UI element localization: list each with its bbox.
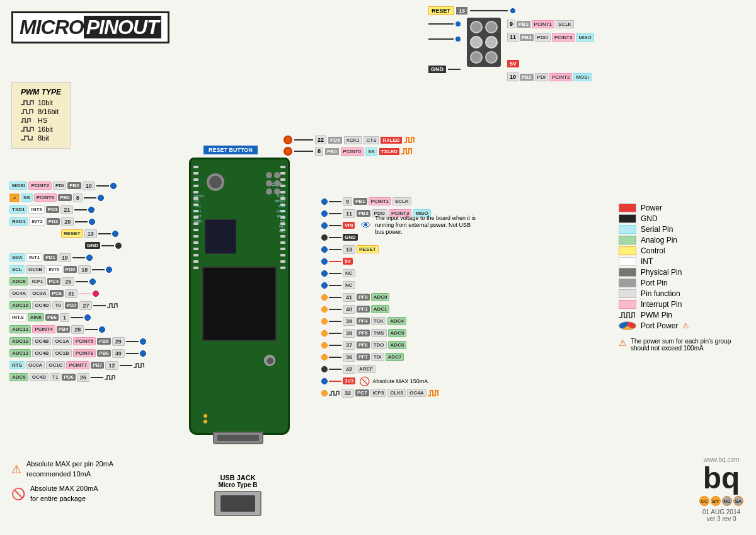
pwm-item-10bit: 10bit bbox=[21, 99, 61, 106]
right-pin-row-pf6: 37 PF6 TDO ADC6 bbox=[321, 339, 476, 351]
rpin41-circle bbox=[321, 294, 328, 301]
rpin9-func1: PCINT1 bbox=[369, 197, 391, 205]
rpin41-adc0: ADC0 bbox=[371, 293, 390, 301]
usb-jack-subtitle: Micro Type B bbox=[214, 481, 261, 488]
legend-warning-note: ⚠ The power sum for each pin's group sho… bbox=[619, 338, 738, 352]
legend-portpower-color bbox=[619, 321, 636, 330]
t0-tag: T0 bbox=[52, 301, 63, 309]
pin8-func1: PCINT0 bbox=[341, 147, 364, 156]
left-pad-4 bbox=[193, 185, 198, 187]
pcint2-tag: PCINT2 bbox=[28, 181, 51, 190]
icsp-pin11-line bbox=[428, 38, 454, 40]
pwm-wave-816bit bbox=[21, 108, 35, 115]
left-pin-row-adc12: ADC12 OC4B OC1A PCINT5 PB5 29 bbox=[9, 335, 146, 347]
legend-warn-icon: ⚠ bbox=[619, 338, 627, 348]
right-pin-row-reset-r: 13 RESET bbox=[321, 243, 476, 255]
rpin36-port: PF7 bbox=[357, 354, 370, 360]
reset-line: RESET 13 bbox=[428, 6, 594, 15]
right-pin-row-5v: 5V bbox=[321, 255, 476, 267]
pin18-num: 18 bbox=[78, 265, 91, 274]
icsp-pad-3 bbox=[266, 180, 272, 187]
rpin40-port: PF1 bbox=[357, 306, 370, 313]
rpin37-port: PF6 bbox=[357, 342, 370, 348]
inductor bbox=[264, 355, 275, 366]
rpin39-circle bbox=[321, 318, 328, 325]
lpin12-line bbox=[120, 365, 132, 366]
pin19-num: 19 bbox=[59, 253, 71, 262]
cc-icon-nc: NC bbox=[722, 496, 732, 506]
pin22-func2: CTS bbox=[364, 136, 379, 144]
legend-gnd-color bbox=[619, 214, 636, 223]
rpin37-tdo: TDO bbox=[371, 341, 387, 349]
adc10-tag: ADC10 bbox=[9, 301, 31, 309]
inductor-inner bbox=[267, 358, 273, 364]
cc-icon-sa: SA bbox=[733, 496, 743, 506]
lpin10-circle bbox=[110, 183, 117, 189]
legend-pinfunc: Pin function bbox=[619, 289, 745, 298]
left-pad-11 bbox=[193, 229, 198, 231]
right-pin-row-pf0: 41 PF0 ADC0 bbox=[321, 291, 476, 303]
icsp-pin11-dot bbox=[455, 37, 461, 42]
ain0-tag: AIN0 bbox=[28, 313, 44, 321]
legend-control: Control bbox=[619, 246, 745, 255]
right-pad-15 bbox=[280, 254, 285, 256]
vin-eye-icon: 👁 bbox=[361, 220, 371, 231]
legend-warn-text: The power sum for each pin's group shoul… bbox=[631, 338, 738, 352]
rpin11-num: 11 bbox=[343, 209, 355, 218]
cc-icon-by: BY bbox=[711, 496, 721, 506]
rpin36-line bbox=[329, 357, 341, 358]
pin20-num: 20 bbox=[61, 217, 74, 226]
adc12-tag: ADC12 bbox=[9, 337, 31, 345]
icsp-pin9-line bbox=[428, 23, 454, 25]
lpin18-line bbox=[92, 269, 105, 270]
pwm-wave-hs bbox=[21, 117, 35, 124]
left-pin-row-oc4a: OC4A OC3A PC6 31 bbox=[9, 287, 146, 299]
icsp-p11-port: PB3 bbox=[520, 34, 534, 41]
left-pad-2 bbox=[193, 172, 198, 175]
pwm-label-816bit: 8/16bit bbox=[38, 108, 59, 115]
reset-button[interactable] bbox=[207, 173, 224, 191]
left-pad-3 bbox=[193, 178, 198, 181]
right-pad-13 bbox=[280, 241, 285, 244]
rpin37-adc6: ADC6 bbox=[388, 341, 407, 349]
rpin9-circle bbox=[321, 198, 328, 205]
nc1-tag: NC bbox=[343, 269, 355, 277]
pb0-tag: PB0 bbox=[58, 194, 72, 201]
usb-jack-title: USB JACK bbox=[214, 474, 261, 481]
rpin32-wave bbox=[329, 390, 340, 396]
left-pin-row-int6: INT.6 AIN0 PE6 1 bbox=[9, 311, 146, 323]
pin22-num: 22 bbox=[315, 135, 326, 144]
left-pad-12 bbox=[193, 235, 198, 238]
pcint6-tag: PCINT6 bbox=[73, 349, 96, 357]
pd3-tag: PD3 bbox=[46, 206, 60, 213]
left-pad-5 bbox=[193, 191, 198, 193]
board-side-labels-left: MOSI SS TX1 RX1 RST GND bbox=[194, 194, 203, 223]
rpin42-circle bbox=[321, 366, 328, 372]
svg-text:≡: ≡ bbox=[13, 196, 16, 200]
icsp-pad-4 bbox=[274, 180, 280, 187]
5v-right-tag: 5V bbox=[343, 258, 353, 265]
icsp-grid-pin-6 bbox=[485, 51, 498, 64]
legend-power-label: Power bbox=[641, 204, 662, 212]
board-nc2-label: NC bbox=[275, 229, 285, 233]
legend-physical: Physical Pin bbox=[619, 268, 745, 277]
board-ss-label: SS bbox=[194, 199, 203, 203]
lpin20-line bbox=[75, 221, 88, 222]
lpin13-circle bbox=[112, 231, 118, 237]
right-pad-2 bbox=[280, 172, 285, 175]
pin1-num: 1 bbox=[60, 313, 69, 322]
icsp-grid-pin-2 bbox=[485, 21, 498, 33]
rpin32-port: PC7 bbox=[355, 389, 369, 396]
reset-label: RESET bbox=[428, 6, 454, 15]
rpin-nc1-line bbox=[329, 273, 341, 274]
pin25-num: 25 bbox=[62, 277, 74, 286]
bottom-pad-1 bbox=[203, 414, 207, 418]
rpin32-icp3: ICP3 bbox=[370, 389, 387, 397]
rpin9-port: PB1 bbox=[353, 198, 367, 205]
pwm-item-hs: HS bbox=[21, 117, 61, 124]
lpin30-circle bbox=[140, 350, 146, 357]
rpin37-circle bbox=[321, 342, 328, 348]
rpin38-num: 38 bbox=[343, 329, 355, 338]
board-side-labels-right: SCK MISO VIN GND RST 5V NC NC bbox=[275, 194, 285, 233]
usb-connector bbox=[213, 432, 263, 444]
